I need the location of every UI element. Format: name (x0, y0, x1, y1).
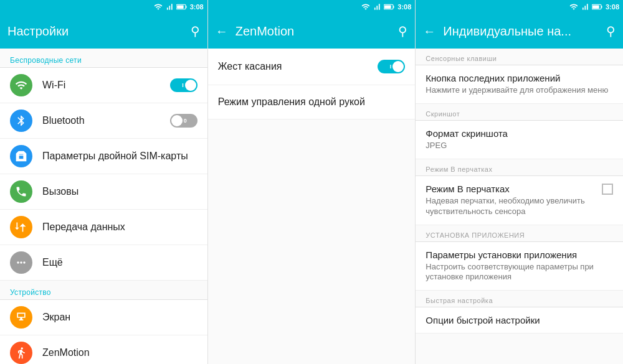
panel3-top: 3:08 ← Индивидуальные на... ⚲ (416, 0, 623, 49)
more-icon (10, 251, 32, 274)
wifi-title: Wi-Fi (42, 80, 170, 91)
individual-panel: 3:08 ← Индивидуальные на... ⚲ Сенсорные … (416, 0, 623, 364)
recent-apps-item[interactable]: Кнопка последних приложений Нажмите и уд… (416, 65, 623, 104)
zenmotion-nav-icon (10, 342, 32, 364)
screenshot-format-title: Формат скриншота (426, 128, 613, 139)
wifi-item[interactable]: Wi-Fi I (0, 68, 207, 103)
sensor-section-header: Сенсорные клавиши (416, 49, 623, 65)
panel2-top: 3:08 ← ZenMotion ⚲ (208, 0, 416, 49)
bluetooth-title: Bluetooth (42, 115, 170, 126)
bluetooth-toggle[interactable]: 0 (170, 114, 197, 128)
quick-options-text: Опции быстрой настройки (426, 315, 613, 325)
glove-mode-text: Режим В перчатках Надевая перчатки, необ… (426, 184, 602, 217)
data-title: Передача данных (42, 222, 197, 233)
display-item[interactable]: Экран (0, 300, 207, 335)
app-install-item[interactable]: Параметры установки приложения Настроить… (416, 242, 623, 291)
calls-item[interactable]: Вызовы (0, 174, 207, 210)
screenshot-format-text: Формат скриншота JPEG (426, 128, 613, 151)
panel3-back-button[interactable]: ← (423, 24, 435, 39)
wifi-knob (185, 80, 196, 91)
sim-item[interactable]: Параметры двойной SIM-карты (0, 139, 207, 174)
sim-text: Параметры двойной SIM-карты (42, 151, 197, 162)
quick-options-title: Опции быстрой настройки (426, 315, 613, 325)
bluetooth-item[interactable]: Bluetooth 0 (0, 103, 207, 139)
mobile-data-icon3 (581, 2, 589, 11)
gesture-tap-item[interactable]: Жест касания I (208, 49, 416, 85)
wifi-toggle[interactable]: I (170, 78, 197, 92)
calls-text: Вызовы (42, 186, 197, 197)
calls-icon (10, 180, 32, 203)
data-item[interactable]: Передача данных (0, 210, 207, 245)
recent-apps-subtitle: Нажмите и удерживайте для отображения ме… (426, 85, 613, 96)
bluetooth-knob (171, 115, 183, 126)
recent-apps-text: Кнопка последних приложений Нажмите и уд… (426, 73, 613, 96)
calls-title: Вызовы (42, 186, 197, 197)
one-hand-label: Режим управления одной рукой (218, 96, 406, 108)
panel1-title: Настройки (7, 24, 191, 39)
signal-icon2 (361, 2, 370, 11)
zenmotion-text: ZenMotion (42, 347, 197, 358)
app-install-section-header: УСТАНОВКА ПРИЛОЖЕНИЯ (416, 225, 623, 241)
glove-section-header: Режим В перчатках (416, 159, 623, 175)
sim-title: Параметры двойной SIM-карты (42, 151, 197, 162)
bluetooth-text: Bluetooth (42, 115, 170, 126)
svg-rect-4 (393, 6, 394, 8)
data-text: Передача данных (42, 222, 197, 233)
glove-mode-item[interactable]: Режим В перчатках Надевая перчатки, необ… (416, 176, 623, 225)
zenmotion-title: ZenMotion (42, 347, 197, 358)
gesture-tap-toggle[interactable]: I (378, 60, 405, 73)
panel1-search-icon[interactable]: ⚲ (191, 24, 200, 39)
panel2-back-button[interactable]: ← (216, 24, 228, 39)
svg-rect-7 (601, 6, 602, 8)
zenmotion-nav-item[interactable]: ZenMotion (0, 335, 207, 364)
mobile-data-icon (165, 2, 174, 11)
display-text: Экран (42, 312, 197, 323)
quick-options-item[interactable]: Опции быстрой настройки (416, 307, 623, 334)
screenshot-format-subtitle: JPEG (426, 141, 613, 151)
panel2-time: 3:08 (397, 3, 411, 11)
more-text: Ещё (42, 257, 197, 268)
panel1-time: 3:08 (190, 3, 204, 11)
glove-mode-checkbox[interactable] (602, 184, 613, 195)
screenshot-format-item[interactable]: Формат скриншота JPEG (416, 121, 623, 159)
svg-rect-2 (177, 5, 184, 8)
panel3-status: 3:08 (416, 0, 623, 14)
device-section-header: Устройство (0, 281, 207, 299)
signal-icon3 (569, 2, 578, 11)
recent-apps-title: Кнопка последних приложений (426, 73, 613, 83)
one-hand-item[interactable]: Режим управления одной рукой (208, 85, 416, 119)
battery-icon2 (384, 2, 395, 11)
svg-rect-5 (384, 5, 391, 8)
individual-list: Сенсорные клавиши Кнопка последних прило… (416, 49, 623, 364)
zenmotion-panel: 3:08 ← ZenMotion ⚲ Жест касания I Режим … (208, 0, 416, 364)
sim-icon (10, 145, 32, 167)
panel3-search-icon[interactable]: ⚲ (606, 24, 616, 39)
wifi-text: Wi-Fi (42, 80, 170, 91)
bluetooth-icon (10, 110, 32, 132)
display-icon (10, 306, 32, 329)
panel1-header: Настройки ⚲ (0, 14, 207, 49)
settings-panel: 3:08 Настройки ⚲ Беспроводные сети Wi-Fi… (0, 0, 208, 364)
display-title: Экран (42, 312, 197, 323)
app-install-title: Параметры установки приложения (426, 250, 613, 260)
mobile-data-icon2 (373, 2, 381, 11)
signal-icon (154, 2, 163, 11)
gesture-tap-knob (392, 61, 404, 72)
glove-mode-subtitle: Надевая перчатки, необходимо увеличить ч… (426, 196, 602, 217)
app-install-subtitle: Настроить соответствующие параметры при … (426, 262, 613, 283)
svg-rect-1 (186, 6, 187, 8)
quick-settings-section-header: Быстрая настройка (416, 291, 623, 307)
data-transfer-icon (10, 216, 32, 238)
panel2-search-icon[interactable]: ⚲ (398, 24, 407, 39)
glove-mode-title: Режим В перчатках (426, 184, 602, 194)
panel2-status: 3:08 (208, 0, 416, 14)
more-title: Ещё (42, 257, 197, 268)
panel3-title: Индивидуальные на... (443, 24, 606, 39)
panel3-header: ← Индивидуальные на... ⚲ (416, 14, 623, 49)
panel2-header: ← ZenMotion ⚲ (208, 14, 416, 49)
more-item[interactable]: Ещё (0, 245, 207, 281)
panel1-top: 3:08 Настройки ⚲ (0, 0, 207, 49)
screenshot-section-header: Скриншот (416, 104, 623, 120)
battery-icon (176, 2, 188, 11)
svg-rect-8 (592, 5, 599, 8)
